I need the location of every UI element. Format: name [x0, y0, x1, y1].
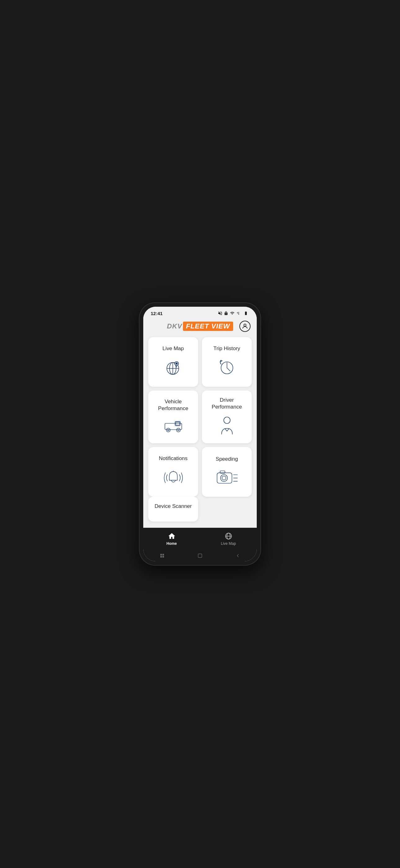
- scroll-content[interactable]: Live Map: [143, 334, 257, 528]
- mute-icon: [218, 311, 223, 316]
- logo-dkv: DKV: [167, 322, 182, 330]
- card-live-map[interactable]: Live Map: [148, 337, 198, 387]
- phone-screen: 12:41 DKV FLEET VIEW: [143, 307, 257, 561]
- profile-icon: [241, 323, 248, 330]
- card-notifications[interactable]: Notifications: [148, 447, 198, 497]
- status-time: 12:41: [151, 311, 163, 316]
- svg-rect-32: [160, 556, 162, 558]
- svg-rect-34: [198, 554, 202, 558]
- svg-rect-15: [175, 422, 179, 425]
- svg-point-16: [224, 417, 230, 424]
- card-device-scanner-title: Device Scanner: [155, 503, 192, 510]
- card-trip-history-icon: [216, 357, 238, 379]
- card-vehicle-performance-title: Vehicle Performance: [153, 398, 193, 412]
- phone-wrapper: 12:41 DKV FLEET VIEW: [139, 303, 261, 565]
- svg-point-11: [166, 428, 170, 432]
- globe-nav-icon: [225, 532, 233, 540]
- wifi-icon: [229, 311, 235, 315]
- nav-live-map-label: Live Map: [221, 541, 236, 546]
- card-speeding[interactable]: Speeding: [202, 447, 252, 497]
- status-icons: [218, 311, 249, 316]
- svg-rect-31: [163, 554, 164, 555]
- nav-live-map[interactable]: Live Map: [200, 528, 257, 550]
- svg-point-14: [178, 429, 179, 431]
- svg-point-13: [176, 428, 180, 432]
- card-trip-history[interactable]: Trip History: [202, 337, 252, 387]
- card-speeding-title: Speeding: [216, 456, 238, 463]
- logo-fleet: FLEET VIEW: [183, 321, 233, 331]
- card-live-map-title: Live Map: [163, 345, 184, 352]
- card-speeding-icon: [214, 468, 239, 488]
- svg-point-6: [175, 363, 177, 364]
- card-driver-performance[interactable]: Driver Performance: [202, 391, 252, 443]
- card-trip-history-title: Trip History: [213, 345, 240, 352]
- svg-point-21: [221, 475, 227, 482]
- svg-point-12: [167, 429, 169, 431]
- svg-point-0: [244, 324, 246, 326]
- lock-icon: [224, 311, 228, 315]
- card-vehicle-performance-icon: [163, 417, 184, 436]
- card-notifications-icon: [161, 467, 186, 489]
- nav-home[interactable]: Home: [143, 528, 200, 550]
- svg-rect-9: [165, 424, 181, 430]
- svg-rect-30: [160, 554, 162, 555]
- android-nav: [143, 550, 257, 561]
- card-vehicle-performance[interactable]: Vehicle Performance: [148, 391, 198, 443]
- logo-container: DKV FLEET VIEW: [167, 321, 233, 331]
- menu-grid: Live Map: [148, 337, 252, 497]
- header: DKV FLEET VIEW: [143, 318, 257, 334]
- card-live-map-icon: [163, 357, 184, 379]
- android-home-btn[interactable]: [194, 551, 206, 560]
- home-icon: [168, 532, 176, 540]
- nav-home-label: Home: [167, 541, 177, 546]
- svg-rect-33: [163, 556, 164, 558]
- battery-icon: [242, 311, 249, 315]
- signal-icon: [236, 311, 241, 315]
- card-driver-performance-icon: [218, 415, 236, 437]
- svg-point-22: [222, 476, 226, 480]
- card-notifications-title: Notifications: [159, 455, 188, 462]
- android-recent-btn[interactable]: [156, 551, 168, 560]
- bottom-nav: Home Live Map: [143, 528, 257, 550]
- profile-button[interactable]: [239, 321, 251, 332]
- status-bar: 12:41: [143, 307, 257, 318]
- card-driver-performance-title: Driver Performance: [207, 397, 247, 410]
- bottom-half-row: Device Scanner: [148, 497, 252, 522]
- card-device-scanner[interactable]: Device Scanner: [148, 497, 198, 522]
- android-back-btn[interactable]: [232, 551, 244, 560]
